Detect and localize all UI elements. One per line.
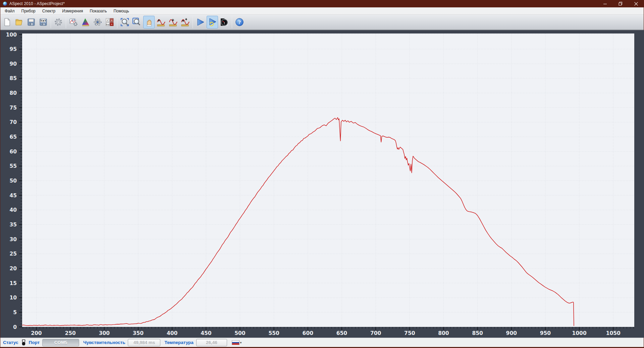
- toolbar-separator: [51, 16, 51, 28]
- toolbar-button-open-file[interactable]: [13, 16, 25, 28]
- run-single-icon: [196, 18, 205, 26]
- x-axis-tick-label: 200: [31, 330, 42, 336]
- device-status-icon: [21, 339, 26, 346]
- help-icon: ?: [235, 18, 244, 26]
- y-axis-tick-label: 45: [9, 193, 17, 199]
- x-axis-tick-label: 350: [133, 330, 144, 336]
- svg-text:×: ×: [111, 23, 112, 25]
- y-axis-tick-label: 60: [9, 149, 17, 155]
- x-axis-tick-label: 1050: [606, 330, 621, 336]
- toolbar-button-zoom-out[interactable]: [131, 16, 143, 28]
- y-axis-tick-label: 85: [9, 75, 17, 81]
- toolbar-button-save-file[interactable]: [25, 16, 37, 28]
- toolbar-button-pan-hand[interactable]: [143, 16, 155, 28]
- x-axis-tick-label: 750: [404, 330, 415, 336]
- toolbar-separator: [232, 16, 232, 28]
- timer-icon: [220, 18, 229, 26]
- spectrum-setup-icon: 12: [69, 18, 78, 26]
- toolbar-button-calculator[interactable]: √xExp×: [104, 16, 115, 28]
- toolbar-button-help[interactable]: ?: [234, 16, 245, 28]
- x-axis-tick-label: 400: [167, 330, 178, 336]
- y-axis-tick-label: 40: [9, 207, 17, 213]
- temperature-value-field[interactable]: 26,46: [196, 339, 227, 346]
- menu-item-3[interactable]: Измерения: [59, 8, 86, 14]
- minimize-button[interactable]: [597, 0, 613, 7]
- minimize-icon: [603, 2, 607, 6]
- toolbar-separator: [193, 16, 193, 28]
- y-axis-tick-label: 75: [9, 105, 17, 111]
- toolbar-button-settings-gear[interactable]: [53, 16, 64, 28]
- y-axis-tick-label: 55: [9, 163, 17, 169]
- y-axis-tick-label: 25: [9, 251, 17, 257]
- toolbar-separator: [66, 16, 66, 28]
- svg-text:√: √: [107, 19, 109, 22]
- language-selector[interactable]: ▾: [232, 340, 242, 345]
- toolbar-button-atom[interactable]: [92, 16, 103, 28]
- pan-hand-icon: [145, 18, 153, 26]
- y-axis-tick-label: 5: [13, 309, 17, 316]
- toolbar: TXT12√xExp×?: [0, 15, 644, 30]
- app-icon: [3, 1, 7, 6]
- y-axis-tick-label: 70: [9, 119, 17, 125]
- russian-flag-icon: [232, 340, 239, 345]
- x-axis-tick-label: 800: [438, 330, 449, 336]
- zoom-in-icon: [120, 17, 129, 27]
- restore-button[interactable]: [613, 0, 628, 7]
- close-icon: [634, 2, 638, 6]
- menu-item-0[interactable]: Файл: [1, 8, 18, 14]
- app-window: ASpect 2010 - ASpectProject* ФайлПриборС…: [0, 0, 644, 348]
- x-axis-tick-label: 950: [540, 330, 551, 336]
- chevron-down-icon: ▾: [240, 341, 242, 344]
- y-axis-tick-label: 100: [6, 32, 17, 38]
- x-axis-tick-label: 600: [303, 330, 314, 336]
- toolbar-button-new-file[interactable]: [1, 16, 13, 28]
- menu-item-1[interactable]: Прибор: [18, 8, 39, 14]
- x-axis-tick-label: 300: [99, 330, 110, 336]
- toolbar-button-wave-add[interactable]: [155, 16, 167, 28]
- toolbar-button-save-txt[interactable]: TXT: [38, 16, 49, 28]
- svg-text:1: 1: [72, 19, 73, 21]
- x-axis-tick-label: 450: [201, 330, 212, 336]
- port-value-field[interactable]: COM5: [42, 339, 79, 346]
- spectrum-chart[interactable]: 2002503003504004505005506006507007508008…: [0, 30, 644, 338]
- y-axis-tick-label: 35: [9, 222, 17, 228]
- atom-icon: [93, 18, 102, 26]
- save-file-icon: [27, 18, 36, 26]
- menu-bar: ФайлПриборСпектрИзмеренияПоказатьПомощь: [0, 7, 644, 15]
- wave-add-icon: [157, 18, 166, 27]
- menu-item-2[interactable]: Спектр: [39, 8, 59, 14]
- save-txt-icon: TXT: [39, 18, 48, 26]
- toolbar-button-zoom-in[interactable]: [119, 16, 130, 28]
- sensitivity-label: Чувствительность: [83, 340, 125, 345]
- toolbar-button-spectrum-setup[interactable]: 12: [68, 16, 79, 28]
- toolbar-button-color-gamut[interactable]: [80, 16, 91, 28]
- y-axis-tick-label: 80: [9, 90, 17, 96]
- y-axis-tick-label: 10: [9, 295, 17, 301]
- toolbar-button-wave-add-center[interactable]: [167, 16, 179, 28]
- svg-text:TXT: TXT: [41, 19, 47, 22]
- y-axis-tick-label: 0: [13, 324, 17, 330]
- toolbar-button-run-single[interactable]: [195, 16, 206, 28]
- y-axis-tick-label: 95: [9, 46, 17, 52]
- x-axis-tick-label: 700: [370, 330, 381, 336]
- toolbar-button-wave-add-multi[interactable]: [179, 16, 191, 28]
- x-axis-tick-label: 250: [65, 330, 76, 336]
- open-file-icon: [15, 18, 23, 26]
- menu-item-4[interactable]: Показать: [86, 8, 110, 14]
- toolbar-separator: [117, 16, 117, 28]
- status-label: Статус: [3, 340, 18, 345]
- title-bar: ASpect 2010 - ASpectProject*: [0, 0, 644, 7]
- settings-gear-icon: [54, 18, 63, 26]
- close-button[interactable]: [628, 0, 644, 7]
- x-axis-tick-label: 850: [472, 330, 483, 336]
- wave-add-multi-icon: [181, 18, 190, 27]
- y-axis-tick-label: 50: [9, 178, 17, 184]
- svg-text:2: 2: [73, 19, 75, 21]
- toolbar-button-timer[interactable]: [219, 16, 230, 28]
- toolbar-button-run-continuous[interactable]: [207, 16, 218, 28]
- sensitivity-value-field[interactable]: 49,984 ms: [128, 339, 160, 346]
- menu-item-5[interactable]: Помощь: [110, 8, 132, 14]
- calculator-icon: √xExp×: [105, 18, 114, 26]
- status-bar: Статус Порт COM5 Чувствительность 49,984…: [0, 338, 644, 348]
- run-continuous-icon: [208, 18, 217, 26]
